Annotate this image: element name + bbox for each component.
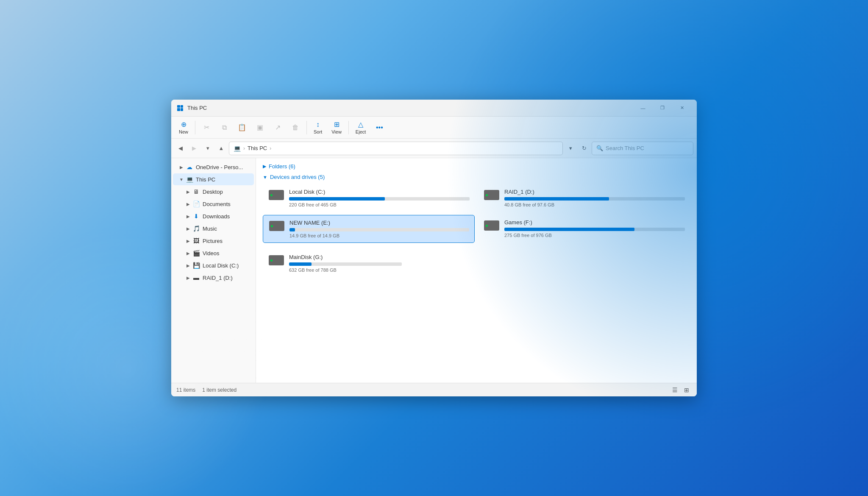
drives-section-title: Devices and drives (5) <box>270 174 325 180</box>
search-placeholder: Search This PC <box>606 145 644 151</box>
videos-icon: 🎬 <box>192 249 200 257</box>
toolbar-sep-2 <box>306 121 307 134</box>
drive-bar-fill-c <box>289 197 385 201</box>
rename-button[interactable]: ▣ <box>251 122 268 133</box>
minimize-button[interactable]: — <box>633 101 653 115</box>
up-button[interactable]: ▲ <box>215 142 227 154</box>
title-bar-title: This PC <box>187 105 633 111</box>
sort-button[interactable]: ↕ Sort <box>309 119 326 136</box>
drive-info-c: Local Disk (C:) 220 GB free of 465 GB <box>289 189 470 207</box>
drive-bar-d <box>504 197 685 201</box>
content-area: ▶ ☁ OneDrive - Perso... ▼ 💻 This PC ▶ 🖥 … <box>171 158 697 383</box>
search-box[interactable]: 🔍 Search This PC <box>592 142 693 155</box>
paste-icon: 📋 <box>238 123 246 131</box>
drives-toggle-icon: ▼ <box>263 175 267 180</box>
sidebar-item-downloads[interactable]: ▶ ⬇ Downloads <box>173 210 254 222</box>
drive-item-c[interactable]: Local Disk (C:) 220 GB free of 465 GB <box>263 184 475 212</box>
onedrive-icon: ☁ <box>186 163 193 171</box>
drive-icon-g <box>268 254 285 267</box>
back-button[interactable]: ◀ <box>175 142 186 154</box>
view-label: View <box>331 129 342 134</box>
drive-name-e: NEW NAME (E:) <box>289 220 469 226</box>
close-button[interactable]: ✕ <box>672 101 692 115</box>
sidebar-item-documents[interactable]: ▶ 📄 Documents <box>173 198 254 210</box>
main-content: ▶ Folders (6) ▼ Devices and drives (5) <box>256 158 697 383</box>
more-button[interactable]: ••• <box>371 122 388 133</box>
raid-d-icon: ▬ <box>192 274 200 281</box>
share-button[interactable]: ↗ <box>269 122 286 133</box>
sidebar-item-thispc[interactable]: ▼ 💻 This PC <box>173 173 254 185</box>
this-pc-icon: 💻 <box>186 176 193 183</box>
drive-info-f: Games (F:) 275 GB free of 976 GB <box>504 219 685 238</box>
drive-bar-fill-d <box>504 197 609 201</box>
status-right: ☰ ⊞ <box>670 385 692 395</box>
sidebar-item-pictures[interactable]: ▶ 🖼 Pictures <box>173 235 254 247</box>
drive-info-e: NEW NAME (E:) 14.9 GB free of 14.9 GB <box>289 220 469 238</box>
paste-button[interactable]: 📋 <box>234 122 250 133</box>
cut-button[interactable]: ✂ <box>198 122 215 133</box>
refresh-button[interactable]: ↻ <box>578 142 590 154</box>
drive-icon-d <box>483 189 500 201</box>
sidebar-item-desktop[interactable]: ▶ 🖥 Desktop <box>173 186 254 198</box>
drive-size-g: 632 GB free of 788 GB <box>289 268 402 273</box>
status-left: 11 items 1 item selected <box>176 387 670 393</box>
new-button[interactable]: ⊕ New <box>175 119 192 136</box>
eject-button[interactable]: △ Eject <box>351 119 370 136</box>
drive-led-c <box>270 194 273 196</box>
drive-name-g: MainDisk (G:) <box>289 254 402 260</box>
copy-icon: ⧉ <box>222 124 227 131</box>
view-button[interactable]: ⊞ View <box>327 119 346 136</box>
breadcrumb-sep2: › <box>270 145 271 151</box>
drive-led-f <box>486 225 488 227</box>
expand-icon-onedrive: ▶ <box>178 164 185 170</box>
expand-icon-videos: ▶ <box>185 250 192 256</box>
view-icon: ⊞ <box>334 120 339 128</box>
sidebar-item-videos[interactable]: ▶ 🎬 Videos <box>173 247 254 259</box>
sidebar-label-thispc: This PC <box>196 176 215 183</box>
drive-led-g <box>270 259 273 262</box>
delete-button[interactable]: 🗑 <box>287 122 304 133</box>
drive-bar-g <box>289 262 402 266</box>
sidebar-label-pictures: Pictures <box>203 238 223 244</box>
forward-button[interactable]: ▶ <box>188 142 200 154</box>
drive-item-d[interactable]: RAID_1 (D:) 40.8 GB free of 97.6 GB <box>478 184 690 212</box>
sort-label: Sort <box>314 129 322 134</box>
drive-bar-f <box>504 228 685 231</box>
recent-button[interactable]: ▾ <box>202 142 214 154</box>
rename-icon: ▣ <box>257 123 263 131</box>
eject-label: Eject <box>356 129 366 134</box>
items-count: 11 items <box>176 387 195 393</box>
sidebar-item-music[interactable]: ▶ 🎵 Music <box>173 223 254 234</box>
drive-item-e[interactable]: NEW NAME (E:) 14.9 GB free of 14.9 GB <box>263 215 475 243</box>
title-bar: This PC — ❐ ✕ <box>171 100 697 117</box>
address-dropdown-button[interactable]: ▾ <box>565 142 576 154</box>
drive-name-f: Games (F:) <box>504 219 685 226</box>
sidebar-item-local-c[interactable]: ▶ 💾 Local Disk (C:) <box>173 259 254 271</box>
maximize-button[interactable]: ❐ <box>653 101 672 115</box>
music-icon: 🎵 <box>192 225 200 232</box>
expand-icon-music: ▶ <box>185 225 192 232</box>
addressbar-row: ◀ ▶ ▾ ▲ 💻 › This PC › ▾ ↻ 🔍 Search This … <box>171 139 697 158</box>
drives-grid: Local Disk (C:) 220 GB free of 465 GB <box>263 184 690 243</box>
expand-icon-downloads: ▶ <box>185 213 192 220</box>
downloads-icon: ⬇ <box>192 212 200 220</box>
drive-item-g[interactable]: MainDisk (G:) 632 GB free of 788 GB <box>263 250 407 277</box>
drive-size-f: 275 GB free of 976 GB <box>504 233 685 238</box>
list-view-button[interactable]: ☰ <box>670 385 680 395</box>
address-box[interactable]: 💻 › This PC › <box>229 142 563 155</box>
share-icon: ↗ <box>275 123 281 131</box>
sidebar-label-downloads: Downloads <box>203 213 230 220</box>
drive-size-d: 40.8 GB free of 97.6 GB <box>504 202 685 207</box>
copy-button[interactable]: ⧉ <box>216 122 233 133</box>
folders-section-title: Folders (6) <box>269 163 295 170</box>
toolbar-sep-1 <box>195 121 195 134</box>
drives-section-header[interactable]: ▼ Devices and drives (5) <box>263 174 690 180</box>
expand-icon-raid-d: ▶ <box>185 274 192 281</box>
eject-icon: △ <box>358 120 363 128</box>
folders-section-header[interactable]: ▶ Folders (6) <box>263 163 690 170</box>
drive-item-f[interactable]: Games (F:) 275 GB free of 976 GB <box>478 215 690 243</box>
sidebar-item-onedrive[interactable]: ▶ ☁ OneDrive - Perso... <box>173 161 254 173</box>
sidebar-item-raid-d[interactable]: ▶ ▬ RAID_1 (D:) <box>173 272 254 284</box>
cut-icon: ✂ <box>204 123 209 131</box>
grid-view-button[interactable]: ⊞ <box>682 385 692 395</box>
